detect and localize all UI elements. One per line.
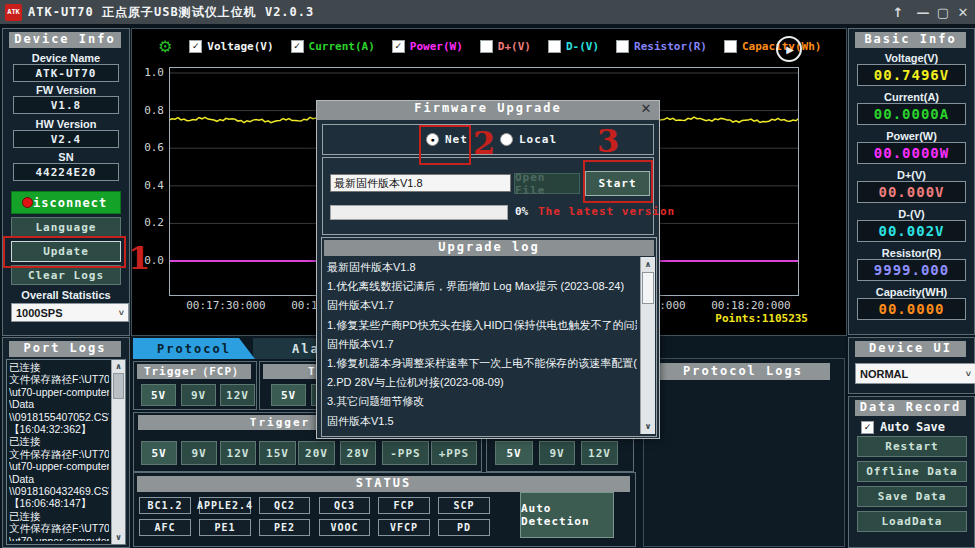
badge-scp: SCP (438, 497, 490, 514)
voltage-value: 00.7496V (857, 64, 966, 86)
scroll-down-icon[interactable]: ∨ (641, 422, 655, 431)
play-icon: ▶ (786, 44, 794, 55)
trigger-fcp-group: Trigger（FCP） 5V 9V 12V (133, 361, 257, 410)
firmware-version-input[interactable]: 最新固件版本V1.8 (330, 174, 511, 192)
annotation-number-2: 2 (473, 127, 495, 159)
close-button[interactable]: ✕ (951, 0, 975, 24)
app-window: ATK ATK-UT70 正点原子USB测试仪上位机 V2.0.3 ↑ — ▢ … (0, 0, 975, 548)
port-logs-box: 已连接文件保存路径F:\UT70 \ut70-upper-computer\Da… (6, 359, 126, 545)
device-info-panel: Device Info Device Name ATK-UT70 FW Vers… (2, 28, 130, 336)
scroll-up-icon[interactable]: ∧ (112, 362, 125, 371)
tab-protocol[interactable]: Protocol (133, 338, 255, 359)
language-button[interactable]: Language (11, 217, 121, 238)
dminus-checkbox[interactable] (548, 40, 561, 53)
sample-rate-select[interactable]: 1000SPS ˅ (11, 303, 129, 322)
protocol-logs-header: Protocol Logs (656, 363, 830, 380)
load-data-button[interactable]: LoadData (857, 511, 967, 532)
power-value: 00.0000W (857, 142, 966, 164)
y-tick: 1.0 (132, 66, 164, 79)
badge-qc3: QC3 (319, 497, 370, 514)
voltage-label: Voltage(V) (849, 52, 974, 64)
y-tick: 0.2 (132, 216, 164, 229)
data-record-header: Data Record (855, 400, 966, 416)
scp-5v-button[interactable]: 5V (271, 384, 306, 406)
save-data-button[interactable]: Save Data (857, 486, 967, 507)
gear-icon[interactable]: ⚙ (158, 37, 172, 56)
voltage-checkbox[interactable]: ✓ (189, 40, 202, 53)
dplus-value: 00.000V (857, 181, 966, 203)
dialog-close-icon[interactable]: ✕ (637, 101, 655, 120)
progress-percent: 0% (515, 205, 528, 218)
basic-info-header: Basic Info (855, 32, 966, 48)
fcp-5v-button[interactable]: 5V (141, 384, 176, 406)
sn-value: 44224E20 (13, 163, 119, 181)
badge-bc12: BC1.2 (139, 497, 191, 514)
pd-minus-pps-button[interactable]: -PPS (382, 441, 429, 465)
upgrade-log-scrollbar[interactable]: ∧ ∨ (640, 257, 655, 434)
y-tick: 0.4 (132, 179, 164, 192)
basic-info-panel: Basic Info Voltage(V) 00.7496V Current(A… (848, 28, 975, 335)
legend-dminus[interactable]: D-(V) (548, 40, 599, 53)
chevron-down-icon: ˅ (119, 308, 124, 318)
pd-20v-button[interactable]: 20V (298, 441, 335, 465)
legend-dplus[interactable]: D+(V) (480, 40, 531, 53)
window-title: ATK-UT70 正点原子USB测试仪上位机 V2.0.3 (28, 4, 314, 21)
open-file-button[interactable]: Open File (514, 173, 580, 194)
local-radio-icon[interactable] (500, 133, 513, 146)
pin-icon[interactable]: ↑ (886, 0, 910, 24)
capacity-checkbox[interactable] (724, 40, 737, 53)
scroll-thumb[interactable] (113, 373, 124, 399)
badge-pd: PD (438, 519, 490, 536)
legend-current[interactable]: ✓Current(A) (291, 40, 375, 53)
overall-statistics-label: Overall Statistics (3, 289, 129, 301)
scroll-thumb[interactable] (642, 272, 654, 304)
port-logs-text[interactable]: 已连接文件保存路径F:\UT70 \ut70-upper-computer\Da… (9, 361, 109, 541)
play-button[interactable]: ▶ (776, 36, 802, 62)
legend-power[interactable]: ✓Power(W) (392, 40, 463, 53)
scroll-down-icon[interactable]: ∨ (112, 533, 125, 542)
scroll-up-icon[interactable]: ∧ (641, 260, 655, 269)
disconnect-button[interactable]: Disconnect (11, 191, 121, 214)
legend-voltage-label: Voltage(V) (207, 40, 273, 53)
power-checkbox[interactable]: ✓ (392, 40, 405, 53)
auto-save-checkbox[interactable]: ✓ (861, 421, 874, 434)
legend-voltage[interactable]: ✓Voltage(V) (189, 40, 273, 53)
upgrade-log-text[interactable]: 最新固件版本V1.8 1.优化离线数据记满后，界面增加 Log Max提示 (2… (327, 258, 637, 434)
device-ui-select[interactable]: NORMAL ˅ (855, 363, 975, 384)
fcp-9v-button[interactable]: 9V (181, 384, 216, 406)
pd-plus-pps-button[interactable]: +PPS (431, 441, 477, 465)
fcp-12v-button[interactable]: 12V (220, 384, 255, 406)
pd-5v-button[interactable]: 5V (141, 441, 177, 465)
legend-resistor[interactable]: Resistor(R) (616, 40, 707, 53)
device-name-label: Device Name (3, 52, 129, 64)
resistor-label: Resistor(R) (849, 247, 974, 259)
dialog-title-bar[interactable]: Firmware Upgrade (317, 101, 659, 120)
clear-logs-button[interactable]: Clear Logs (11, 265, 121, 285)
pd-15v-button[interactable]: 15V (259, 441, 296, 465)
auto-save-row[interactable]: ✓ Auto Save (861, 420, 945, 434)
pd-12v-button[interactable]: 12V (220, 441, 256, 465)
badge-fcp: FCP (378, 497, 430, 514)
qc-5v-button[interactable]: 5V (495, 441, 533, 465)
local-radio[interactable]: Local (500, 133, 557, 146)
legend-dminus-label: D-(V) (566, 40, 599, 53)
upgrade-progress-bar (330, 205, 508, 220)
current-label: Current(A) (849, 91, 974, 103)
current-checkbox[interactable]: ✓ (291, 40, 304, 53)
legend-power-label: Power(W) (410, 40, 463, 53)
restart-button[interactable]: Restart (857, 436, 967, 457)
sn-label: SN (3, 151, 129, 163)
port-logs-scrollbar[interactable]: ∧ ∨ (111, 360, 125, 544)
pd-28v-button[interactable]: 28V (340, 441, 376, 465)
qc-9v-button[interactable]: 9V (539, 441, 575, 465)
pd-9v-button[interactable]: 9V (181, 441, 217, 465)
badge-qc2: QC2 (259, 497, 310, 514)
qc-12v-button[interactable]: 12V (581, 441, 618, 465)
legend-capacity[interactable]: Capacity(Wh) (724, 40, 821, 53)
legend-dplus-label: D+(V) (498, 40, 531, 53)
title-bar: ATK ATK-UT70 正点原子USB测试仪上位机 V2.0.3 (0, 0, 975, 24)
offline-data-button[interactable]: Offline Data (857, 461, 967, 482)
auto-detection-button[interactable]: Auto Detection (520, 492, 614, 538)
dplus-checkbox[interactable] (480, 40, 493, 53)
resistor-checkbox[interactable] (616, 40, 629, 53)
